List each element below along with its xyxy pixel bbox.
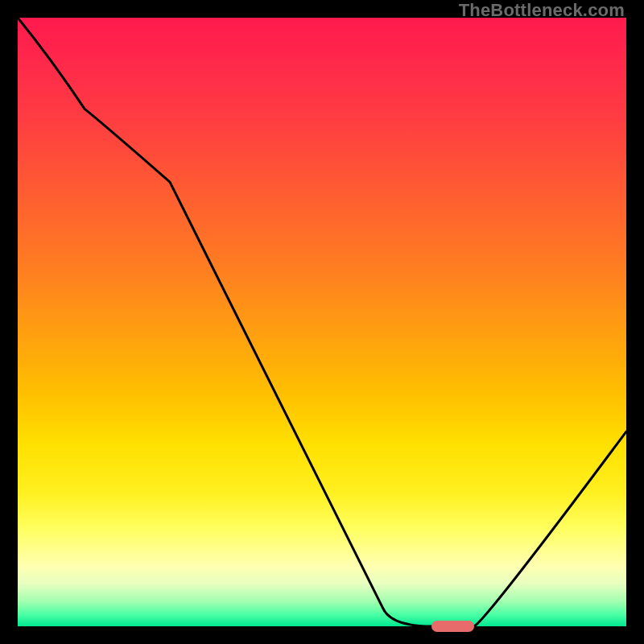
bottleneck-curve [18, 18, 626, 626]
chart-frame: TheBottleneck.com [0, 0, 644, 644]
plot-area [18, 18, 626, 626]
optimum-marker [431, 621, 474, 632]
